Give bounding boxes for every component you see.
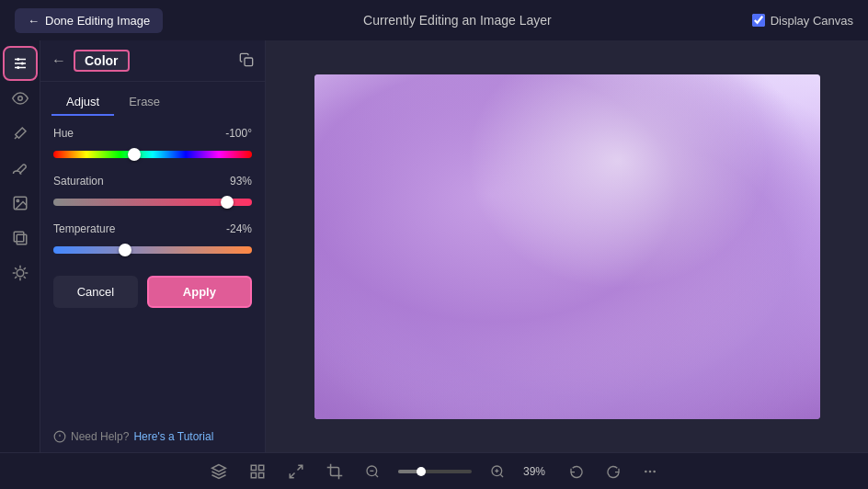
svg-rect-21 bbox=[259, 472, 264, 477]
svg-rect-19 bbox=[259, 465, 264, 470]
zoom-value: 39% bbox=[523, 465, 551, 478]
image-icon-button[interactable] bbox=[5, 188, 36, 219]
svg-rect-20 bbox=[251, 472, 256, 477]
back-button[interactable]: ← bbox=[51, 52, 66, 69]
svg-point-12 bbox=[17, 269, 24, 277]
panel-tabs: Adjust Erase bbox=[40, 82, 265, 116]
temperature-value: -24% bbox=[226, 222, 252, 235]
saturation-value: 93% bbox=[230, 175, 252, 188]
display-canvas-checkbox[interactable] bbox=[752, 14, 765, 27]
svg-rect-18 bbox=[251, 465, 256, 470]
zoom-thumb bbox=[417, 467, 426, 476]
tab-erase[interactable]: Erase bbox=[114, 89, 175, 116]
effects-icon-button[interactable] bbox=[5, 257, 36, 289]
temperature-control: Temperature -24% bbox=[53, 222, 252, 257]
svg-marker-17 bbox=[212, 464, 226, 472]
arrow-left-icon: ← bbox=[28, 14, 40, 28]
hue-slider[interactable] bbox=[53, 151, 252, 158]
adjustments-icon-button[interactable] bbox=[5, 48, 36, 79]
svg-point-5 bbox=[17, 66, 19, 69]
grid-icon-button[interactable] bbox=[246, 460, 269, 483]
help-row: Need Help? Here's a Tutorial bbox=[40, 421, 265, 452]
zoom-out-button[interactable] bbox=[361, 461, 383, 483]
saturation-slider[interactable] bbox=[53, 199, 252, 206]
display-canvas-toggle[interactable]: Display Canvas bbox=[752, 14, 853, 28]
bottom-bar: 39% bbox=[0, 452, 868, 489]
zoom-track bbox=[398, 470, 472, 473]
undo-button[interactable] bbox=[565, 461, 588, 483]
svg-point-32 bbox=[654, 471, 655, 472]
copy-button[interactable] bbox=[239, 52, 254, 70]
brush-icon-button[interactable] bbox=[5, 153, 36, 184]
main-content: ← Color Adjust Erase Hue -100° bbox=[0, 40, 868, 452]
svg-point-33 bbox=[645, 471, 646, 472]
layers-icon-button[interactable] bbox=[207, 460, 231, 483]
zoom-in-button[interactable] bbox=[486, 461, 508, 483]
display-canvas-label-text: Display Canvas bbox=[771, 14, 853, 28]
redo-button[interactable] bbox=[602, 461, 624, 483]
page-title: Currently Editing an Image Layer bbox=[363, 13, 552, 28]
fit-icon-button[interactable] bbox=[284, 460, 308, 483]
svg-line-7 bbox=[15, 136, 17, 139]
icon-bar bbox=[0, 40, 40, 452]
help-text: Need Help? bbox=[71, 430, 129, 443]
saturation-label: Saturation bbox=[53, 175, 104, 188]
panel-header: ← Color bbox=[40, 40, 265, 82]
svg-rect-10 bbox=[14, 232, 24, 242]
tutorial-link[interactable]: Here's a Tutorial bbox=[133, 430, 213, 443]
svg-point-3 bbox=[17, 58, 19, 61]
done-editing-button[interactable]: ← Done Editing Image bbox=[15, 8, 163, 33]
svg-point-6 bbox=[17, 97, 22, 101]
action-buttons: Cancel Apply bbox=[53, 276, 252, 308]
svg-line-23 bbox=[290, 472, 294, 477]
apply-button[interactable]: Apply bbox=[147, 276, 252, 308]
cancel-button[interactable]: Cancel bbox=[53, 276, 138, 308]
temperature-slider[interactable] bbox=[53, 246, 252, 254]
canvas-area bbox=[266, 40, 868, 452]
statue-image bbox=[314, 74, 820, 419]
tab-adjust[interactable]: Adjust bbox=[51, 89, 114, 116]
top-bar: ← Done Editing Image Currently Editing a… bbox=[0, 0, 868, 40]
overlay-icon-button[interactable] bbox=[5, 222, 36, 254]
svg-rect-13 bbox=[245, 58, 253, 66]
svg-line-22 bbox=[298, 465, 303, 470]
hue-value: -100° bbox=[225, 127, 252, 140]
side-panel: ← Color Adjust Erase Hue -100° bbox=[40, 40, 266, 452]
magic-wand-icon-button[interactable] bbox=[5, 118, 36, 149]
saturation-control: Saturation 93% bbox=[53, 175, 252, 210]
eye-icon-button[interactable] bbox=[5, 83, 36, 114]
zoom-slider-container bbox=[398, 470, 472, 473]
svg-line-28 bbox=[500, 474, 503, 477]
panel-title: Color bbox=[74, 50, 130, 72]
temperature-label: Temperature bbox=[53, 222, 115, 235]
svg-point-9 bbox=[17, 199, 18, 201]
done-button-label: Done Editing Image bbox=[45, 14, 150, 28]
svg-point-4 bbox=[20, 63, 23, 65]
hue-label: Hue bbox=[53, 127, 74, 140]
controls-area: Hue -100° Saturation 93% bbox=[40, 116, 265, 421]
svg-line-25 bbox=[375, 474, 378, 477]
image-preview bbox=[314, 74, 820, 419]
svg-rect-11 bbox=[17, 234, 27, 244]
crop-icon-button[interactable] bbox=[323, 460, 347, 483]
svg-point-31 bbox=[649, 471, 650, 472]
info-icon bbox=[53, 430, 66, 443]
more-button[interactable] bbox=[639, 461, 661, 483]
hue-control: Hue -100° bbox=[53, 127, 252, 162]
